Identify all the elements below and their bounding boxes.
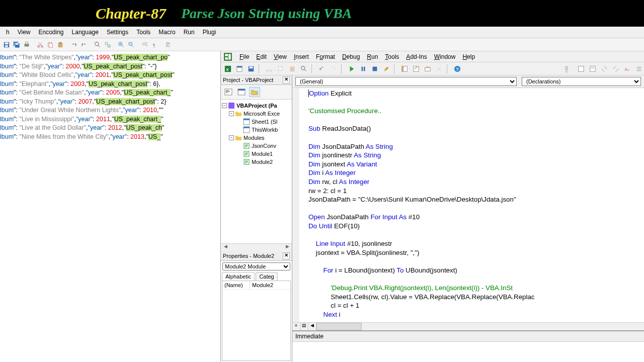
redo-icon[interactable] bbox=[79, 40, 89, 49]
undo-icon[interactable] bbox=[317, 64, 327, 74]
vbe-menu-format[interactable]: Format bbox=[312, 52, 339, 61]
stop-icon[interactable] bbox=[370, 64, 380, 74]
project-h-scrollbar[interactable]: ◀ ▶ bbox=[221, 243, 292, 251]
vbe-menu-addins[interactable]: Add-Ins bbox=[403, 52, 430, 61]
npp-menu-view[interactable]: View bbox=[14, 28, 35, 37]
view-code-icon[interactable] bbox=[223, 87, 234, 97]
save-icon[interactable] bbox=[2, 40, 11, 49]
properties-close-button[interactable]: ✕ bbox=[283, 252, 290, 259]
proc-view-icon[interactable]: ≡ bbox=[292, 323, 300, 330]
vbe-menu-file[interactable]: File bbox=[236, 52, 253, 61]
insert-module-icon[interactable] bbox=[234, 64, 245, 74]
tree-excel-folder[interactable]: − Microsoft Exce bbox=[222, 110, 291, 118]
tree-module-module1[interactable]: Module1 bbox=[222, 150, 291, 158]
paste-icon[interactable] bbox=[56, 40, 65, 49]
vbe-menu-window[interactable]: Window bbox=[431, 52, 459, 61]
tab-alphabetic[interactable]: Alphabetic bbox=[222, 272, 255, 281]
find-icon[interactable] bbox=[299, 64, 309, 74]
property-value-cell[interactable]: Module2 bbox=[250, 281, 290, 289]
expand-icon[interactable]: − bbox=[222, 103, 227, 108]
copy-icon[interactable] bbox=[46, 40, 55, 49]
properties-window-icon[interactable] bbox=[411, 64, 421, 74]
properties-object-combo[interactable]: Module2 Module bbox=[222, 262, 290, 270]
replace-icon[interactable] bbox=[103, 40, 112, 49]
redo-icon[interactable] bbox=[329, 64, 339, 74]
tree-thisworkbook[interactable]: ThisWorkb bbox=[222, 126, 291, 134]
scroll-left-icon[interactable]: ◀ bbox=[222, 244, 229, 251]
view-object-icon[interactable] bbox=[236, 87, 247, 97]
ext-btn-4[interactable] bbox=[611, 64, 621, 74]
property-row[interactable]: (Name) Module2 bbox=[222, 281, 290, 290]
tree-sheet1[interactable]: Sheet1 (Sl bbox=[222, 118, 291, 126]
copy-icon[interactable] bbox=[276, 64, 286, 74]
npp-menu-settings[interactable]: Settings bbox=[103, 28, 132, 37]
cut-icon[interactable] bbox=[36, 40, 45, 49]
wordwrap-icon[interactable] bbox=[140, 40, 149, 49]
svg-rect-24 bbox=[228, 54, 231, 59]
full-view-icon[interactable]: ▤ bbox=[300, 323, 308, 330]
notepadpp-editor[interactable]: lbum": "The White Stripes","year": 1999,… bbox=[0, 51, 220, 362]
undo-icon[interactable] bbox=[69, 40, 78, 49]
ext-btn-3[interactable] bbox=[599, 64, 609, 74]
vbe-menu-edit[interactable]: Edit bbox=[253, 52, 270, 61]
ext-btn-6[interactable] bbox=[634, 64, 644, 74]
tab-categorized[interactable]: Categ bbox=[256, 272, 277, 281]
project-close-button[interactable]: ✕ bbox=[283, 76, 290, 83]
object-combo[interactable]: (General) bbox=[295, 77, 517, 86]
save-all-icon[interactable] bbox=[12, 40, 21, 49]
vbe-menu-run[interactable]: Run bbox=[363, 52, 381, 61]
scroll-left-icon[interactable]: ◀ bbox=[308, 323, 316, 330]
ext-btn-1[interactable] bbox=[576, 64, 586, 74]
design-mode-icon[interactable] bbox=[381, 64, 391, 74]
tree-module-jsonconv[interactable]: JsonConv bbox=[222, 142, 291, 150]
vbe-menu-tools[interactable]: Tools bbox=[381, 52, 403, 61]
immediate-body[interactable] bbox=[292, 342, 644, 362]
project-tree[interactable]: − VBAProject (Pa − Microsoft Exce Sheet1… bbox=[221, 100, 292, 243]
expand-icon[interactable]: − bbox=[229, 135, 234, 140]
expand-icon[interactable]: − bbox=[229, 111, 234, 116]
vbe-menu-help[interactable]: Help bbox=[459, 52, 478, 61]
break-icon[interactable] bbox=[358, 64, 368, 74]
toolbar-options-icon[interactable] bbox=[561, 64, 572, 74]
npp-menu-tools[interactable]: Tools bbox=[132, 28, 154, 37]
vbe-menu-view[interactable]: View bbox=[270, 52, 290, 61]
npp-menu-language[interactable]: Language bbox=[68, 28, 103, 37]
tree-folder-label: Modules bbox=[244, 135, 265, 141]
properties-grid[interactable]: (Name) Module2 bbox=[222, 281, 291, 361]
vbe-menu-insert[interactable]: Insert bbox=[290, 52, 312, 61]
indent-guide-icon[interactable] bbox=[164, 40, 173, 49]
tree-module-module2[interactable]: Module2 bbox=[222, 158, 291, 166]
show-all-chars-icon[interactable]: ¶ bbox=[150, 40, 159, 49]
code-view-buttons: ≡ ▤ ◀ bbox=[292, 322, 644, 330]
cut-icon[interactable] bbox=[264, 64, 274, 74]
toggle-folders-icon[interactable] bbox=[249, 87, 260, 97]
save-icon[interactable] bbox=[246, 64, 256, 74]
property-name-cell: (Name) bbox=[222, 281, 250, 289]
npp-menu-h[interactable]: h bbox=[2, 28, 14, 37]
svg-rect-30 bbox=[250, 66, 253, 68]
project-explorer-icon[interactable] bbox=[399, 64, 410, 74]
npp-menu-macro[interactable]: Macro bbox=[154, 28, 179, 37]
find-icon[interactable] bbox=[93, 40, 102, 49]
tree-root[interactable]: − VBAProject (Pa bbox=[222, 102, 291, 110]
zoom-out-icon[interactable] bbox=[127, 40, 136, 49]
help-icon[interactable]: ? bbox=[452, 64, 462, 74]
npp-menu-run[interactable]: Run bbox=[180, 28, 199, 37]
npp-menu-plugins[interactable]: Plugi bbox=[199, 28, 220, 37]
ext-btn-2[interactable] bbox=[588, 64, 598, 74]
npp-menu-encoding[interactable]: Encoding bbox=[34, 28, 67, 37]
h-scrollbar[interactable] bbox=[316, 323, 362, 330]
scroll-right-icon[interactable]: ▶ bbox=[284, 244, 291, 251]
print-icon[interactable] bbox=[22, 40, 31, 49]
run-icon[interactable] bbox=[347, 64, 357, 74]
object-browser-icon[interactable] bbox=[423, 64, 433, 74]
procedure-combo[interactable]: (Declarations) bbox=[522, 77, 641, 86]
view-excel-icon[interactable]: X bbox=[223, 64, 233, 74]
toolbox-icon[interactable] bbox=[434, 64, 444, 74]
paste-icon[interactable] bbox=[287, 64, 297, 74]
tree-modules-folder[interactable]: − Modules bbox=[222, 134, 291, 142]
code-editor[interactable]: Option Explicit 'Customised Procedure.. … bbox=[292, 88, 644, 322]
vbe-menu-debug[interactable]: Debug bbox=[339, 52, 363, 61]
ext-btn-5[interactable]: A bbox=[622, 64, 632, 74]
zoom-in-icon[interactable] bbox=[117, 40, 126, 49]
